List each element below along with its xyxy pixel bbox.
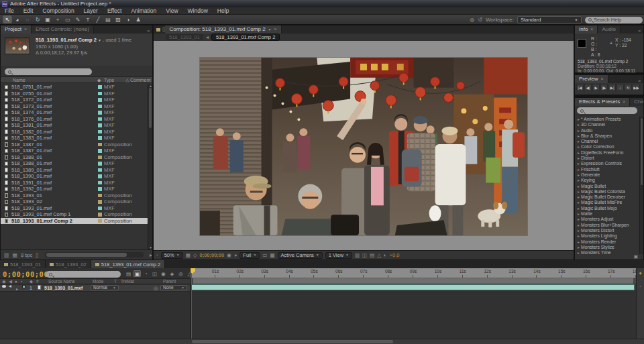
speaker-icon[interactable]	[9, 285, 11, 288]
tool-button[interactable]: ◑	[123, 15, 133, 23]
blend-mode-dropdown[interactable]: Normal ▼	[91, 285, 119, 290]
timeline-option-button[interactable]: ▣	[133, 270, 141, 277]
transport-button[interactable]: |▶	[600, 84, 608, 91]
transport-button[interactable]: ◀|	[584, 84, 592, 91]
timeline-button-icon[interactable]: ▤	[370, 252, 374, 258]
magnification-dropdown[interactable]: 50% ▼	[161, 252, 183, 259]
layer-source-name[interactable]: 518_1393_01.mxf	[44, 285, 83, 292]
eye-icon[interactable]	[2, 285, 6, 288]
flowchart-button-icon[interactable]: △	[377, 252, 381, 258]
tool-button[interactable]: ▣	[43, 15, 52, 23]
menu-item[interactable]: View	[161, 7, 182, 14]
effect-category-row[interactable]: ▸Magic Bullet	[575, 184, 639, 189]
timeline-option-button[interactable]: ◈	[168, 270, 176, 277]
effect-category-row[interactable]: ▸Monsters Stylize	[575, 245, 639, 250]
project-item-row[interactable]: 518_1393_02 Composition	[1, 198, 148, 205]
time-ruler[interactable]: 01s 02s 03s 04s	[191, 268, 636, 278]
transport-button[interactable]: ▶|	[608, 84, 616, 91]
timeline-hscrollbar[interactable]	[0, 339, 644, 344]
parent-dropdown[interactable]: None ▼	[160, 285, 187, 290]
fast-preview-icon[interactable]: ◫	[362, 252, 367, 258]
tool-button[interactable]: ◌	[23, 15, 32, 23]
timeline-tab[interactable]: 518_1393_02	[46, 260, 91, 268]
comp-button-icon[interactable]: ▫	[637, 284, 644, 288]
interpret-footage-icon[interactable]: ▥	[4, 252, 9, 258]
tool-button[interactable]: ▤	[103, 15, 113, 23]
exposure-value[interactable]: +0.0	[390, 252, 400, 258]
tool-button[interactable]: ◕	[13, 15, 22, 23]
effect-category-row[interactable]: ▸Distort	[575, 156, 639, 161]
viewer-timecode[interactable]: 0;00;00;00	[200, 252, 225, 258]
effect-category-row[interactable]: ▸Digieffects FreeForm	[575, 150, 639, 156]
region-of-interest-icon[interactable]: ▭	[262, 252, 267, 258]
menu-item[interactable]: Composition	[38, 7, 78, 14]
project-item-row[interactable]: 518_1392_01.mxf MXF	[1, 186, 148, 192]
new-folder-icon[interactable]: ▦	[13, 252, 18, 258]
effect-category-row[interactable]: ▸Expression Controls	[575, 161, 639, 166]
project-item-row[interactable]: 518_1390_01.mxf MXF	[1, 173, 148, 180]
effect-category-row[interactable]: ▸Monsters Blur+Sharpen	[575, 223, 639, 228]
project-item-row[interactable]: 518_1389_01.mxf MXF	[1, 167, 148, 174]
panel-menu-icon[interactable]: ≡	[638, 29, 643, 34]
effect-category-row[interactable]: ▸Audio	[575, 128, 639, 133]
effect-category-row[interactable]: ▸Magic Bullet Mojo	[575, 206, 639, 211]
transport-button[interactable]: ▶▶	[633, 84, 640, 91]
timeline-tab[interactable]: 518_1393_01.mxf Comp 2	[91, 260, 165, 268]
nav-previous-comp[interactable]: 518_1393_01	[166, 34, 203, 40]
view-layout-dropdown[interactable]: 1 View ▼	[325, 252, 352, 259]
timeline-option-button[interactable]: ◔	[142, 270, 150, 277]
new-animation-preset-icon[interactable]: ▣	[633, 254, 638, 260]
resolution-dropdown[interactable]: Full ▼	[239, 252, 260, 259]
tool-button[interactable]: ↖	[3, 15, 12, 23]
comp-marker-bin-icon[interactable]: ◈	[637, 270, 644, 275]
transport-button[interactable]: ▶	[592, 84, 600, 91]
effect-category-row[interactable]: ▸Channel	[575, 139, 639, 144]
effect-category-row[interactable]: ▸Monsters Render	[575, 239, 639, 245]
sync-icon[interactable]: ↺	[478, 17, 482, 23]
show-channel-icon[interactable]: ◕	[234, 252, 237, 258]
project-item-row[interactable]: 518_0755_01.mxf MXF	[1, 91, 148, 97]
menu-item[interactable]: File	[0, 7, 19, 14]
project-item-row[interactable]: 518_1387_01.mxf MXF	[1, 148, 148, 154]
effect-category-row[interactable]: ▸* Animation Presets	[575, 117, 639, 122]
grid-guides-icon[interactable]: ▦	[186, 252, 191, 258]
pixel-aspect-icon[interactable]: ▥	[355, 252, 360, 258]
tab-composition[interactable]: Composition: 518_1393_01.mxf Comp 2 ▼ ×	[165, 25, 281, 34]
tab-effects-presets[interactable]: Effects & Presets ×	[575, 98, 630, 106]
project-item-row[interactable]: 518_1382_01.mxf MXF	[1, 129, 148, 135]
cs-live-icon[interactable]: ◍	[470, 17, 474, 23]
effect-category-row[interactable]: ▸Monsters Distort	[575, 228, 639, 233]
effect-category-row[interactable]: ▸Magic Bullet Denoiser	[575, 194, 639, 200]
tab-character[interactable]: Characte	[630, 98, 643, 106]
mask-visibility-icon[interactable]: ◇	[193, 252, 197, 258]
tab-effect-controls[interactable]: Effect Controls: (none)	[32, 25, 94, 34]
project-hscrollbar[interactable]	[45, 252, 144, 257]
timeline-option-button[interactable]: ◫	[151, 270, 158, 277]
project-item-row[interactable]: 518_1393_01 Composition	[1, 192, 148, 199]
effect-category-row[interactable]: ▸Magic Bullet Colorista	[575, 189, 639, 194]
project-scrollbar[interactable]: ▲ ▼	[148, 84, 152, 249]
tool-button[interactable]: ╱	[93, 15, 103, 23]
always-preview-icon[interactable]: ▫	[156, 252, 158, 258]
panel-menu-icon[interactable]: ≡	[638, 78, 643, 83]
transparency-grid-icon[interactable]: ▩	[270, 252, 274, 258]
layer-color-chip[interactable]	[22, 285, 25, 288]
project-item-row[interactable]: 518_1376_01.mxf MXF	[1, 116, 148, 123]
panel-menu-icon[interactable]: ≡	[147, 29, 152, 34]
composition-viewer[interactable]	[154, 41, 574, 250]
tab-audio[interactable]: Audio	[598, 25, 620, 34]
caret-down-icon[interactable]: ▼	[98, 38, 101, 42]
project-item-row[interactable]: 518_1383_01.mxf MXF	[1, 135, 148, 141]
expand-arrow-icon[interactable]: ▸	[16, 286, 18, 292]
menu-item[interactable]: Effect	[103, 7, 127, 14]
menu-item[interactable]: Layer	[79, 7, 103, 14]
scrollbar-thumb[interactable]	[192, 340, 393, 343]
effects-scrollbar[interactable]	[639, 117, 643, 254]
effect-category-row[interactable]: ▸Monsters Lighting	[575, 233, 639, 239]
project-item-row[interactable]: 518_1388_01.mxf MXF	[1, 160, 148, 167]
project-item-row[interactable]: 518_1381_01.mxf MXF	[1, 122, 148, 129]
project-item-row[interactable]: 518_1374_01.mxf MXF	[1, 109, 148, 116]
effects-search-input[interactable]	[577, 107, 637, 114]
effect-category-row[interactable]: ▸Blur & Sharpen	[575, 133, 639, 139]
tool-button[interactable]: +	[53, 15, 62, 23]
